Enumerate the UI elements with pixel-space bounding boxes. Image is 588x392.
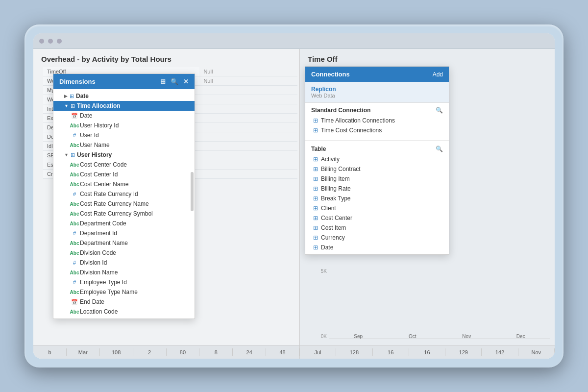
conn-item-label: Currency: [321, 234, 345, 241]
row-val: Null: [199, 76, 297, 86]
screen: Overhead - by Activity by Total Hours No…: [33, 33, 555, 359]
dim-item-department-code[interactable]: Abc Department Code: [53, 219, 195, 228]
conn-item-cost-item[interactable]: ⊞ Cost Item: [311, 223, 443, 233]
num-cell: 16: [409, 348, 445, 356]
table-icon: ⊞: [313, 224, 318, 231]
conn-item-date[interactable]: ⊞ Date: [311, 243, 443, 252]
table-icon: ⊞: [313, 244, 318, 251]
dim-employee-type-name: Employee Type Name: [80, 289, 138, 295]
num-cell: b: [33, 348, 67, 356]
table-icon: ⊞: [313, 215, 318, 221]
abc-icon: Abc: [71, 181, 78, 188]
conn-item-billing-item[interactable]: ⊞ Billing Item: [311, 174, 443, 184]
num-cell: 80: [167, 348, 200, 356]
table-section: Table 🔍 ⊞ Activity ⊞ Billing Contract: [305, 144, 449, 254]
abc-icon: Abc: [71, 308, 78, 315]
dim-item-cost-rate-currency-name[interactable]: Abc Cost Rate Currency Name: [53, 199, 195, 209]
table-section-title: Table 🔍: [311, 146, 443, 152]
dim-item-division-id[interactable]: # Division Id: [53, 258, 195, 268]
abc-icon: Abc: [71, 142, 78, 148]
table-icon: ⊞: [313, 156, 318, 163]
dim-item-cost-center-name[interactable]: Abc Cost Center Name: [53, 179, 195, 189]
row-val: Null: [199, 67, 297, 76]
dim-item-user-history-id[interactable]: Abc User History Id: [53, 121, 195, 130]
dim-item-user-history[interactable]: ▼ ⊞ User History: [53, 150, 195, 160]
dim-item-employee-type-name[interactable]: Abc Employee Type Name: [53, 287, 195, 297]
dim-cost-rate-currency-name: Cost Rate Currency Name: [80, 200, 149, 207]
conn-item-billing-rate[interactable]: ⊞ Billing Rate: [311, 184, 443, 194]
y-label-0k: 0K: [321, 334, 327, 339]
replicon-connection[interactable]: Replicon Web Data: [305, 82, 449, 103]
conn-item-time-allocation[interactable]: ⊞ Time Allocation Connections: [311, 116, 443, 125]
table-icon: ⊞: [313, 195, 318, 202]
dim-item-cost-center-id[interactable]: Abc Cost Center Id: [53, 170, 195, 179]
conn-item-label: Cost Item: [321, 224, 346, 231]
dim-user-id-label: User Id: [80, 132, 99, 139]
dim-date-label: Date: [76, 93, 89, 99]
dim-list: ▶ ⊞ Date ▼ ⊞ Time Allocation 📅: [53, 89, 195, 318]
dim-item-date[interactable]: ▶ ⊞ Date: [53, 91, 195, 101]
conn-item-activity[interactable]: ⊞ Activity: [311, 154, 443, 164]
dim-item-division-code[interactable]: Abc Division Code: [53, 248, 195, 258]
dim-division-code: Division Code: [80, 249, 116, 256]
dimensions-panel: Dimensions ⊞ 🔍 ✕ ▶ ⊞ Date: [53, 74, 195, 319]
dim-item-employee-type-id[interactable]: # Employee Type Id: [53, 277, 195, 287]
num-cell: 108: [100, 348, 133, 356]
conn-item-time-cost[interactable]: ⊞ Time Cost Connections: [311, 125, 443, 135]
dim-department-id: Department Id: [80, 230, 117, 237]
dim-employee-type-id: Employee Type Id: [80, 279, 127, 286]
dim-item-location-code[interactable]: Abc Location Code: [53, 307, 195, 317]
top-bar-dot-2: [48, 39, 53, 44]
dim-item-time-allocation[interactable]: ▼ ⊞ Time Allocation: [53, 101, 195, 111]
add-connection-button[interactable]: Add: [433, 71, 443, 78]
dim-item-ta-date[interactable]: 📅 Date: [53, 111, 195, 121]
dim-item-division-name[interactable]: Abc Division Name: [53, 268, 195, 277]
row-val: [199, 132, 297, 142]
dim-item-department-name[interactable]: Abc Department Name: [53, 238, 195, 248]
standard-connection-search-icon[interactable]: 🔍: [436, 107, 443, 114]
left-panel: Overhead - by Activity by Total Hours No…: [33, 49, 300, 359]
dim-item-cost-rate-currency-symbol[interactable]: Abc Cost Rate Currency Symbol: [53, 209, 195, 219]
dim-location-code: Location Code: [80, 308, 118, 315]
hash-icon: #: [71, 279, 78, 286]
num-cell: 24: [233, 348, 266, 356]
dim-item-cost-center-code[interactable]: Abc Cost Center Code: [53, 160, 195, 170]
conn-item-client[interactable]: ⊞ Client: [311, 203, 443, 213]
dim-item-department-id[interactable]: # Department Id: [53, 228, 195, 238]
scrollbar[interactable]: [191, 172, 194, 211]
dim-item-cost-rate-currency-id[interactable]: # Cost Rate Currency Id: [53, 189, 195, 199]
conn-item-label: Activity: [321, 156, 340, 163]
table-section-search-icon[interactable]: 🔍: [436, 146, 443, 152]
conn-item-billing-contract[interactable]: ⊞ Billing Contract: [311, 164, 443, 174]
dim-division-name: Division Name: [80, 269, 118, 276]
dim-cost-rate-currency-id: Cost Rate Currency Id: [80, 191, 138, 197]
table-icon: ⊞: [313, 175, 318, 182]
table-icon: ⊞: [313, 166, 318, 172]
num-cell: Nov: [518, 348, 555, 356]
abc-icon: Abc: [71, 200, 78, 207]
conn-item-currency[interactable]: ⊞ Currency: [311, 233, 443, 243]
dim-item-end-date[interactable]: 📅 End Date: [53, 297, 195, 307]
dim-cost-center-name: Cost Center Name: [80, 181, 128, 188]
grid-icon[interactable]: ⊞: [160, 78, 166, 85]
dim-department-code: Department Code: [80, 220, 126, 227]
standard-connection-section: Standard Connection 🔍 ⊞ Time Allocation …: [305, 103, 449, 137]
hash-icon: #: [71, 230, 78, 237]
num-cell: 129: [445, 348, 482, 356]
device-frame: Overhead - by Activity by Total Hours No…: [24, 24, 564, 368]
table-icon: ⊞: [313, 117, 318, 124]
close-icon[interactable]: ✕: [183, 78, 189, 85]
row-val: [199, 95, 297, 104]
right-panel-title: Time Off: [300, 49, 555, 67]
dim-item-user-id[interactable]: # User Id: [53, 130, 195, 140]
x-axis-line: [329, 339, 550, 339]
conn-item-label: Billing Contract: [321, 166, 361, 172]
abc-icon: Abc: [71, 122, 78, 129]
abc-icon: Abc: [71, 249, 78, 256]
search-icon[interactable]: 🔍: [171, 78, 178, 85]
calendar-icon: 📅: [71, 112, 78, 119]
dim-item-user-name[interactable]: Abc User Name: [53, 140, 195, 150]
conn-item-cost-center[interactable]: ⊞ Cost Center: [311, 213, 443, 223]
conn-item-break-type[interactable]: ⊞ Break Type: [311, 194, 443, 203]
abc-icon: Abc: [71, 240, 78, 246]
